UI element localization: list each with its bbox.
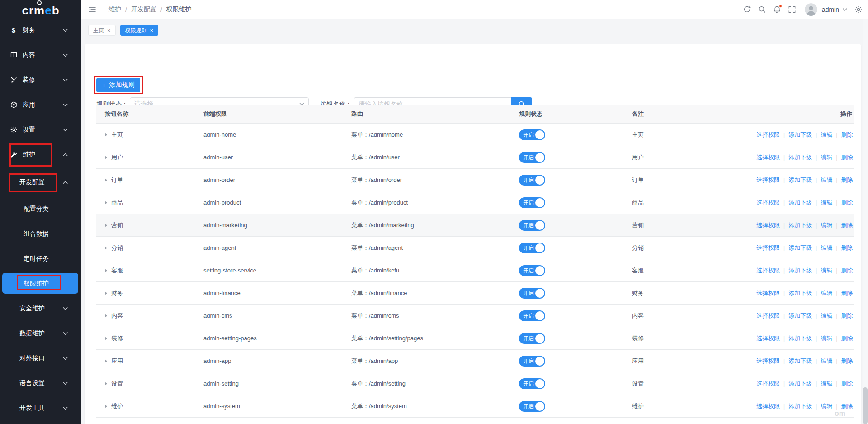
status-toggle[interactable]: 开启 (519, 310, 545, 321)
avatar[interactable] (805, 3, 817, 16)
refresh-icon[interactable] (743, 5, 751, 13)
action-delete[interactable]: 删除 (841, 334, 853, 343)
action-select-permission[interactable]: 选择权限 (756, 244, 780, 252)
action-delete[interactable]: 删除 (841, 312, 853, 320)
settings-gear-icon[interactable] (854, 5, 863, 14)
action-select-permission[interactable]: 选择权限 (756, 289, 780, 297)
action-edit[interactable]: 编辑 (821, 380, 832, 388)
action-select-permission[interactable]: 选择权限 (756, 380, 780, 388)
action-edit[interactable]: 编辑 (821, 312, 832, 320)
action-edit[interactable]: 编辑 (821, 153, 832, 162)
sidebar-item-security-maintain[interactable]: 安全维护 (0, 296, 81, 321)
action-add-child[interactable]: 添加下级 (788, 199, 812, 207)
action-edit[interactable]: 编辑 (821, 244, 832, 252)
sidebar-item-config-category[interactable]: 配置分类 (0, 196, 81, 221)
status-toggle[interactable]: 开启 (519, 401, 545, 412)
action-add-child[interactable]: 添加下级 (788, 176, 812, 184)
action-select-permission[interactable]: 选择权限 (756, 221, 780, 229)
action-delete[interactable]: 删除 (841, 267, 853, 275)
expand-caret-icon[interactable] (105, 291, 107, 295)
sidebar-item-data-maintain[interactable]: 数据维护 (0, 321, 81, 346)
action-add-child[interactable]: 添加下级 (788, 289, 812, 297)
expand-caret-icon[interactable] (105, 133, 107, 137)
action-select-permission[interactable]: 选择权限 (756, 334, 780, 343)
action-delete[interactable]: 删除 (841, 221, 853, 229)
expand-caret-icon[interactable] (105, 269, 107, 272)
action-select-permission[interactable]: 选择权限 (756, 357, 780, 365)
action-select-permission[interactable]: 选择权限 (756, 267, 780, 275)
breadcrumb-item-maintain[interactable]: 维护 (108, 5, 121, 14)
sidebar-item-content[interactable]: 内容 (0, 43, 81, 67)
sidebar-item-app[interactable]: 应用 (0, 92, 81, 117)
action-select-permission[interactable]: 选择权限 (756, 402, 780, 410)
status-toggle[interactable]: 开启 (519, 129, 545, 140)
action-add-child[interactable]: 添加下级 (788, 312, 812, 320)
app-logo[interactable]: crmeb (0, 0, 81, 18)
sidebar-item-cron-task[interactable]: 定时任务 (0, 246, 81, 271)
action-edit[interactable]: 编辑 (821, 334, 832, 343)
action-add-child[interactable]: 添加下级 (788, 402, 812, 410)
sidebar-item-external-api[interactable]: 对外接口 (0, 346, 81, 371)
scrollbar[interactable] (863, 19, 868, 424)
action-delete[interactable]: 删除 (841, 402, 853, 410)
action-add-child[interactable]: 添加下级 (788, 380, 812, 388)
action-select-permission[interactable]: 选择权限 (756, 312, 780, 320)
sidebar-item-decorate[interactable]: 装修 (0, 67, 81, 92)
expand-caret-icon[interactable] (105, 382, 107, 386)
action-edit[interactable]: 编辑 (821, 357, 832, 365)
fullscreen-icon[interactable] (788, 6, 796, 13)
status-toggle[interactable]: 开启 (519, 197, 545, 208)
action-edit[interactable]: 编辑 (821, 221, 832, 229)
expand-caret-icon[interactable] (105, 337, 107, 340)
sidebar-item-finance[interactable]: $财务 (0, 18, 81, 43)
action-edit[interactable]: 编辑 (821, 267, 832, 275)
action-delete[interactable]: 删除 (841, 289, 853, 297)
action-select-permission[interactable]: 选择权限 (756, 199, 780, 207)
tab-home[interactable]: 主页 × (88, 25, 116, 36)
expand-caret-icon[interactable] (105, 359, 107, 363)
close-icon[interactable]: × (107, 28, 111, 33)
action-delete[interactable]: 删除 (841, 380, 853, 388)
expand-caret-icon[interactable] (105, 201, 107, 205)
expand-caret-icon[interactable] (105, 178, 107, 182)
sidebar-item-dev-tools[interactable]: 开发工具 (0, 395, 81, 420)
sidebar-item-permission-maintain[interactable]: 权限维护 (0, 271, 81, 296)
action-add-child[interactable]: 添加下级 (788, 221, 812, 229)
action-delete[interactable]: 删除 (841, 176, 853, 184)
action-edit[interactable]: 编辑 (821, 289, 832, 297)
action-delete[interactable]: 删除 (841, 153, 853, 162)
status-toggle[interactable]: 开启 (519, 288, 545, 299)
status-toggle[interactable]: 开启 (519, 378, 545, 389)
tab-permission-rules[interactable]: 权限规则 × (120, 25, 159, 36)
action-delete[interactable]: 删除 (841, 131, 853, 139)
sidebar-item-dev-config[interactable]: 开发配置 (0, 170, 81, 195)
notification-bell-icon[interactable] (773, 5, 781, 14)
expand-caret-icon[interactable] (105, 246, 107, 250)
action-edit[interactable]: 编辑 (821, 199, 832, 207)
expand-caret-icon[interactable] (105, 156, 107, 159)
action-add-child[interactable]: 添加下级 (788, 267, 812, 275)
sidebar-item-language-settings[interactable]: 语言设置 (0, 371, 81, 395)
status-toggle[interactable]: 开启 (519, 220, 545, 231)
chevron-down-icon[interactable] (843, 8, 847, 11)
action-add-child[interactable]: 添加下级 (788, 131, 812, 139)
sidebar-item-combined-data[interactable]: 组合数据 (0, 221, 81, 246)
add-rule-button[interactable]: + 添加规则 (96, 78, 140, 92)
scrollbar-thumb[interactable] (863, 387, 868, 424)
action-edit[interactable]: 编辑 (821, 402, 832, 410)
status-toggle[interactable]: 开启 (519, 265, 545, 276)
status-toggle[interactable]: 开启 (519, 333, 545, 344)
status-toggle[interactable]: 开启 (519, 356, 545, 367)
username[interactable]: admin (822, 6, 839, 13)
sidebar-item-maintain[interactable]: 维护 (0, 142, 81, 167)
expand-caret-icon[interactable] (105, 314, 107, 318)
action-delete[interactable]: 删除 (841, 357, 853, 365)
action-select-permission[interactable]: 选择权限 (756, 153, 780, 162)
action-add-child[interactable]: 添加下级 (788, 153, 812, 162)
action-edit[interactable]: 编辑 (821, 131, 832, 139)
action-add-child[interactable]: 添加下级 (788, 357, 812, 365)
collapse-menu-icon[interactable] (89, 6, 96, 13)
action-add-child[interactable]: 添加下级 (788, 244, 812, 252)
expand-caret-icon[interactable] (105, 224, 107, 227)
action-select-permission[interactable]: 选择权限 (756, 131, 780, 139)
